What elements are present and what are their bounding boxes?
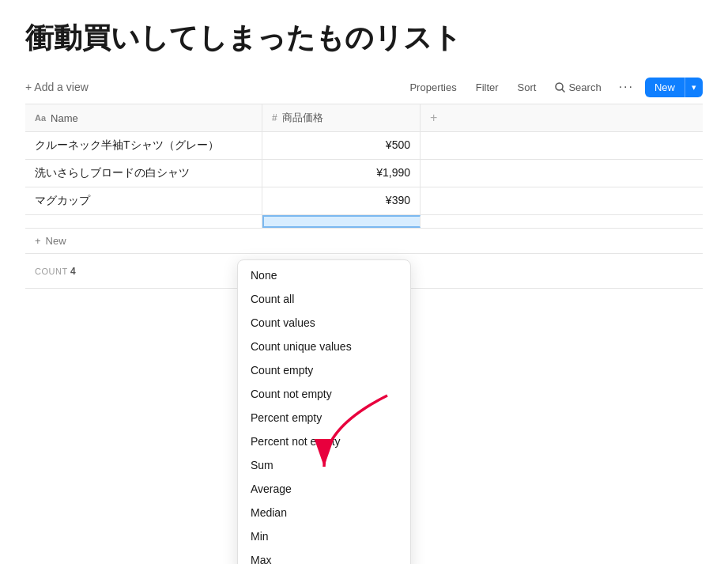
sort-button[interactable]: Sort: [511, 78, 543, 97]
dropdown-item[interactable]: Average: [238, 477, 410, 501]
cell-empty-1: [421, 132, 703, 159]
dropdown-item[interactable]: None: [238, 263, 410, 287]
new-button-caret[interactable]: ▾: [685, 78, 703, 97]
add-view-button[interactable]: + Add a view: [25, 81, 89, 93]
cell-empty-3: [421, 187, 703, 214]
table-row: マグカップ ¥390: [25, 187, 703, 215]
count-value: 4: [70, 266, 76, 277]
search-icon: [555, 82, 565, 93]
new-button[interactable]: New: [645, 78, 685, 97]
count-label: COUNT: [35, 267, 68, 276]
new-row-price-cell[interactable]: [262, 215, 421, 228]
column-header-name: Aa Name: [25, 104, 262, 131]
text-type-icon: Aa: [35, 113, 46, 123]
table-row: 洗いさらしブロードの白シャツ ¥1,990: [25, 160, 703, 187]
dropdown-item[interactable]: Median: [238, 501, 410, 524]
properties-button[interactable]: Properties: [403, 78, 462, 97]
add-new-row-button[interactable]: + New: [25, 229, 703, 254]
dropdown-item[interactable]: Min: [238, 524, 410, 548]
dropdown-item[interactable]: Count empty: [238, 358, 410, 382]
dropdown-item[interactable]: Count unique values: [238, 335, 410, 358]
new-row-name-cell[interactable]: [25, 215, 262, 228]
count-section: COUNT 4: [25, 261, 262, 282]
new-empty-row: [25, 215, 703, 229]
toolbar-right: Properties Filter Sort Search ··· New ▾: [403, 77, 703, 97]
cell-name-1: クルーネック半袖Tシャツ（グレー）: [25, 132, 262, 159]
add-new-label: New: [46, 235, 66, 247]
calculate-dropdown: NoneCount allCount valuesCount unique va…: [237, 259, 411, 564]
cell-empty-2: [421, 160, 703, 187]
cell-name-2: 洗いさらしブロードの白シャツ: [25, 160, 262, 187]
cell-price-1: ¥500: [262, 132, 421, 159]
dropdown-item[interactable]: Count not empty: [238, 382, 410, 406]
table-header: Aa Name # 商品価格 +: [25, 104, 703, 132]
hash-icon: #: [272, 112, 277, 123]
svg-line-1: [562, 89, 564, 92]
add-view-label: + Add a view: [25, 81, 89, 93]
page-title: 衝動買いしてしまったものリスト: [25, 19, 703, 58]
column-header-price: # 商品価格: [262, 104, 421, 131]
search-button[interactable]: Search: [549, 78, 607, 97]
new-button-wrapper: New ▾: [645, 78, 703, 97]
new-row-rest-cell: [421, 215, 703, 228]
toolbar: + Add a view Properties Filter Sort Sear…: [25, 70, 703, 104]
filter-button[interactable]: Filter: [470, 78, 505, 97]
table-row: クルーネック半袖Tシャツ（グレー） ¥500: [25, 132, 703, 160]
dropdown-item[interactable]: Count values: [238, 311, 410, 335]
dropdown-item[interactable]: Sum: [238, 453, 410, 477]
dropdown-item[interactable]: Max: [238, 548, 410, 564]
add-column-button[interactable]: +: [421, 104, 447, 131]
plus-icon: +: [35, 235, 41, 247]
cell-price-3: ¥390: [262, 187, 421, 214]
dropdown-item[interactable]: Percent not empty: [238, 430, 410, 453]
cell-name-3: マグカップ: [25, 187, 262, 214]
dropdown-item[interactable]: Percent empty: [238, 406, 410, 430]
dropdown-item[interactable]: Count all: [238, 287, 410, 311]
more-options-button[interactable]: ···: [614, 77, 639, 97]
cell-price-2: ¥1,990: [262, 160, 421, 187]
